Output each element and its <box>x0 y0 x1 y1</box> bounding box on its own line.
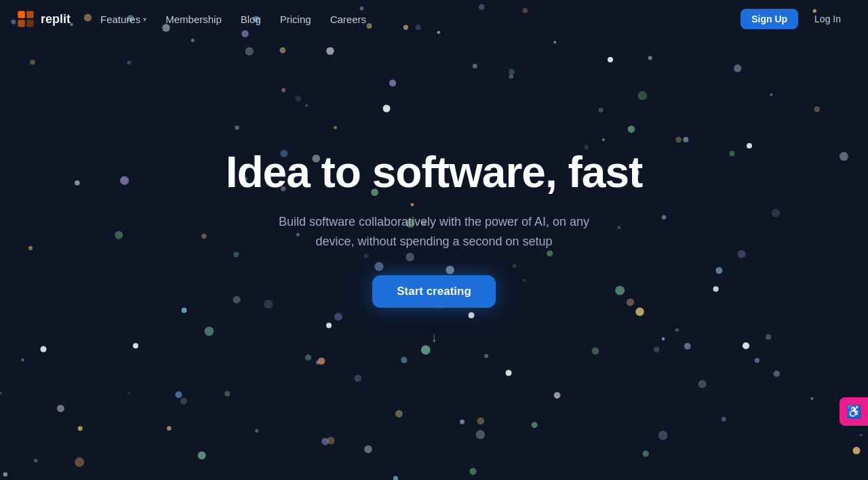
accessibility-icon: ♿ <box>846 405 861 418</box>
replit-logo-icon <box>16 9 35 28</box>
svg-rect-2 <box>18 20 24 26</box>
navbar: replit Features ▾ Membership Blog Pricin… <box>0 0 868 38</box>
hero-title: Idea to software, fast <box>226 148 643 196</box>
nav-pricing[interactable]: Pricing <box>272 9 319 29</box>
scroll-down-arrow[interactable]: ↓ <box>431 329 437 345</box>
nav-blog[interactable]: Blog <box>233 9 269 29</box>
nav-careers[interactable]: Careers <box>322 9 374 29</box>
hero-subtitle: Build software collaboratively with the … <box>258 212 610 252</box>
svg-rect-0 <box>18 11 24 18</box>
nav-links: Features ▾ Membership Blog Pricing Caree… <box>92 9 741 29</box>
hero-section: Idea to software, fast Build software co… <box>0 0 868 480</box>
nav-features[interactable]: Features ▾ <box>92 9 155 29</box>
signup-button[interactable]: Sign Up <box>741 9 798 29</box>
accessibility-button[interactable]: ♿ <box>840 397 868 426</box>
login-button[interactable]: Log In <box>804 9 852 29</box>
svg-rect-3 <box>26 20 33 26</box>
nav-actions: Sign Up Log In <box>741 9 852 29</box>
start-creating-button[interactable]: Start creating <box>372 275 496 308</box>
logo-link[interactable]: replit <box>16 9 71 28</box>
logo-text: replit <box>41 12 71 26</box>
chevron-down-icon: ▾ <box>143 16 146 23</box>
svg-rect-1 <box>26 11 33 18</box>
nav-membership[interactable]: Membership <box>157 9 230 29</box>
